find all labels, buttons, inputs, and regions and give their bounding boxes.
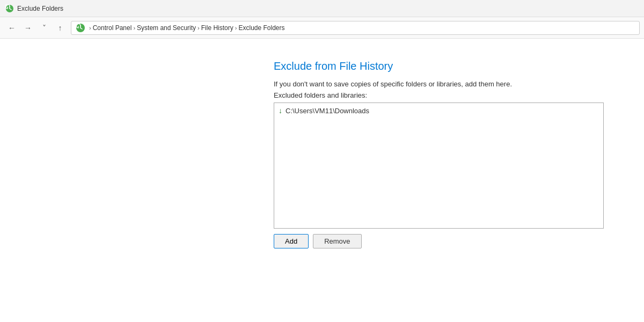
title-bar-text: Exclude Folders	[17, 5, 63, 12]
main-content: Exclude from File History If you don't w…	[0, 39, 644, 248]
title-bar: Exclude Folders	[0, 0, 644, 17]
page-title: Exclude from File History	[274, 60, 644, 72]
button-row: Add Remove	[274, 234, 644, 248]
breadcrumb-icon	[76, 23, 85, 33]
breadcrumb-bar: › Control Panel › System and Security › …	[71, 21, 640, 35]
breadcrumb-exclude-folders: Exclude Folders	[238, 24, 284, 32]
description-text: If you don't want to save copies of spec…	[274, 80, 644, 88]
forward-button[interactable]: →	[20, 20, 35, 35]
remove-button[interactable]: Remove	[313, 234, 361, 248]
breadcrumb-sep-3: ›	[235, 25, 237, 31]
breadcrumb-system-security[interactable]: System and Security	[137, 24, 196, 32]
title-bar-icon	[5, 4, 14, 13]
nav-bar: ← → ˅ ↑ › Control Panel › System and Sec…	[0, 17, 644, 39]
download-icon: ↓	[279, 106, 282, 115]
add-button[interactable]: Add	[274, 234, 309, 248]
breadcrumb-file-history[interactable]: File History	[201, 24, 233, 32]
dropdown-button[interactable]: ˅	[36, 20, 52, 35]
breadcrumb-sep-0: ›	[89, 25, 91, 31]
list-label: Excluded folders and libraries:	[274, 91, 644, 99]
up-button[interactable]: ↑	[53, 20, 68, 35]
list-item[interactable]: ↓ C:\Users\VM11\Downloads	[276, 105, 601, 116]
breadcrumb-control-panel[interactable]: Control Panel	[93, 24, 132, 32]
breadcrumb-sep-1: ›	[133, 25, 135, 31]
breadcrumb-sep-2: ›	[197, 25, 200, 31]
back-button[interactable]: ←	[4, 20, 19, 35]
folder-list-box[interactable]: ↓ C:\Users\VM11\Downloads	[274, 103, 604, 229]
folder-path: C:\Users\VM11\Downloads	[286, 107, 369, 115]
